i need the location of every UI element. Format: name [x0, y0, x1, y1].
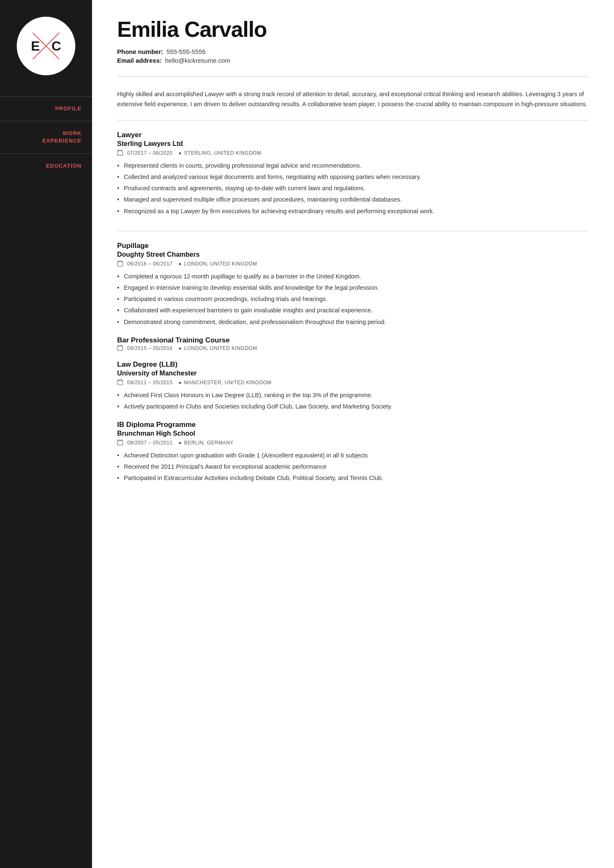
- edu-meta: 09/2011 – 05/2015 ● MANCHESTER, UNITED K…: [117, 380, 589, 385]
- initial-left: E: [31, 38, 40, 54]
- edu-bullet: Received the 2011 Principal's Award for …: [117, 462, 589, 472]
- job-title: Lawyer: [117, 131, 589, 139]
- job-entry-0: Lawyer Sterling Lawyers Ltd 07/2017 – 06…: [117, 131, 589, 216]
- edu-bullet: Participated in various courtroom procee…: [117, 294, 589, 304]
- edu-bullet: Achieved First Class Honours in Law Degr…: [117, 391, 589, 400]
- edu-bullets: Achieved Distinction upon graduation wit…: [117, 451, 589, 483]
- job-location: STERLING, UNITED KINGDOM: [184, 150, 261, 156]
- bullet-item: Managed and supervised multiple office p…: [117, 195, 589, 204]
- email-label: Email address:: [117, 57, 162, 64]
- avatar-initials: E C: [17, 38, 75, 54]
- profile-content: Highly skilled and accomplished Lawyer w…: [117, 89, 589, 110]
- job-meta: 07/2017 – 06/2020 ● STERLING, UNITED KIN…: [117, 150, 589, 156]
- calendar-icon: [117, 440, 123, 445]
- location-dot: ●: [179, 261, 182, 267]
- edu-bullets: Achieved First Class Honours in Law Degr…: [117, 391, 589, 411]
- edu-dates: 09/2011 – 05/2015: [127, 380, 173, 385]
- calendar-icon: [117, 151, 123, 156]
- job-dates: 07/2017 – 06/2020: [127, 150, 173, 156]
- edu-bullet: Demonstrated strong commitment, dedicati…: [117, 317, 589, 327]
- location-dot: ●: [179, 440, 182, 446]
- phone-value: 555-555-5555: [166, 48, 205, 55]
- calendar-icon: [117, 261, 123, 266]
- edu-bullet: Achieved Distinction upon graduation wit…: [117, 451, 589, 460]
- edu-degree-title: Bar Professional Training Course: [117, 336, 589, 345]
- phone-row: Phone number: 555-555-5555: [117, 48, 589, 55]
- edu-bullet: Completed a rigorous 12-month pupillage …: [117, 272, 589, 281]
- education-content: Pupillage Doughty Street Chambers 06/201…: [117, 242, 589, 493]
- resume-header: Emilia Carvallo Phone number: 555-555-55…: [117, 17, 589, 77]
- profile-text: Highly skilled and accomplished Lawyer w…: [117, 89, 589, 110]
- location-dot: ●: [179, 380, 182, 385]
- sidebar-label-profile: PROFILE: [55, 105, 82, 112]
- edu-meta: 09/2007 – 05/2011 ● BERLIN, GERMANY: [117, 440, 589, 446]
- candidate-name: Emilia Carvallo: [117, 17, 589, 42]
- edu-bullet: Participated in Extracurricular Activiti…: [117, 473, 589, 483]
- avatar: E C: [17, 17, 75, 75]
- edu-dates: 09/2015 – 05/2016: [127, 345, 173, 351]
- edu-institution: Doughty Street Chambers: [117, 251, 589, 258]
- profile-section: Highly skilled and accomplished Lawyer w…: [117, 89, 589, 110]
- sidebar-item-education: EDUCATION: [0, 153, 92, 178]
- phone-label: Phone number:: [117, 48, 163, 55]
- initial-right: C: [51, 38, 61, 54]
- edu-bullet: Actively participated in Clubs and Socie…: [117, 402, 589, 411]
- sidebar-item-work: WORK EXPERIENCE: [0, 121, 92, 153]
- edu-dates: 06/2016 – 06/2017: [127, 261, 173, 267]
- calendar-icon: [117, 380, 123, 385]
- edu-degree-title: Pupillage: [117, 242, 589, 250]
- edu-location: MANCHESTER, UNITED KINGDOM: [184, 380, 271, 385]
- edu-location: BERLIN, GERMANY: [184, 440, 233, 446]
- location-dot: ●: [179, 345, 182, 351]
- job-bullets: Represented clients in courts, providing…: [117, 161, 589, 216]
- sidebar-label-work: WORK EXPERIENCE: [42, 130, 82, 145]
- bullet-item: Represented clients in courts, providing…: [117, 161, 589, 171]
- main-content: Emilia Carvallo Phone number: 555-555-55…: [92, 0, 614, 868]
- edu-location: LONDON, UNITED KINGDOM: [184, 261, 257, 267]
- edu-dates: 09/2007 – 05/2011: [127, 440, 173, 446]
- bullet-item: Produced contracts and agreements, stayi…: [117, 184, 589, 193]
- edu-meta: 06/2016 – 06/2017 ● LONDON, UNITED KINGD…: [117, 261, 589, 267]
- edu-degree-title: IB Diploma Programme: [117, 421, 589, 429]
- edu-institution: Brunchman High School: [117, 430, 589, 437]
- edu-bullet: Collaborated with experienced barristers…: [117, 306, 589, 315]
- calendar-icon: [117, 346, 123, 351]
- edu-entry-3: IB Diploma Programme Brunchman High Scho…: [117, 421, 589, 483]
- sidebar-item-profile: PROFILE: [0, 96, 92, 121]
- divider-work: [117, 120, 589, 120]
- sidebar-label-education: EDUCATION: [46, 162, 82, 170]
- bullet-item: Recognized as a top Lawyer by firm execu…: [117, 207, 589, 216]
- edu-entry-2: Law Degree (LLB) University of Mancheste…: [117, 360, 589, 411]
- edu-entry-1: Bar Professional Training Course 09/2015…: [117, 336, 589, 351]
- contact-info: Phone number: 555-555-5555 Email address…: [117, 48, 589, 64]
- edu-meta: 09/2015 – 05/2016 ● LONDON, UNITED KINGD…: [117, 345, 589, 351]
- education-section: Pupillage Doughty Street Chambers 06/201…: [117, 242, 589, 493]
- edu-bullets: Completed a rigorous 12-month pupillage …: [117, 272, 589, 327]
- work-experience-section: Lawyer Sterling Lawyers Ltd 07/2017 – 06…: [117, 131, 589, 220]
- work-content: Lawyer Sterling Lawyers Ltd 07/2017 – 06…: [117, 131, 589, 220]
- company-name: Sterling Lawyers Ltd: [117, 140, 589, 148]
- edu-bullet: Engaged in intensive training to develop…: [117, 283, 589, 293]
- bullet-item: Collected and analyzed various legal doc…: [117, 172, 589, 182]
- edu-location: LONDON, UNITED KINGDOM: [184, 345, 257, 351]
- edu-entry-0: Pupillage Doughty Street Chambers 06/201…: [117, 242, 589, 327]
- divider-education: [117, 231, 589, 231]
- sidebar: E C PROFILE WORK EXPERIENCE EDUCATION: [0, 0, 92, 868]
- email-row: Email address: hello@kickresume.com: [117, 57, 589, 64]
- email-value: hello@kickresume.com: [165, 57, 230, 64]
- edu-institution: University of Manchester: [117, 370, 589, 377]
- edu-degree-title: Law Degree (LLB): [117, 360, 589, 369]
- location-dot: ●: [179, 150, 182, 156]
